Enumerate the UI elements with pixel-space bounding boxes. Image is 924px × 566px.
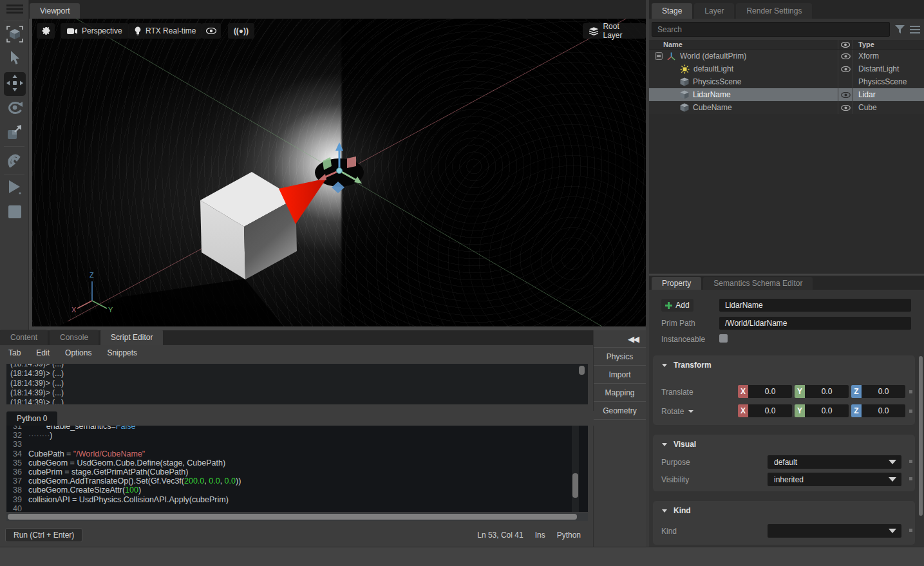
column-visibility[interactable] — [838, 40, 853, 49]
stage-row-physicsscene[interactable]: PhysicsScenePhysicsScene — [649, 75, 924, 88]
collapse-expander-icon[interactable] — [655, 52, 663, 60]
physics-panel-button[interactable]: Physics — [594, 347, 646, 365]
visibility-toggle[interactable] — [838, 88, 853, 101]
run-button[interactable]: Run (Ctrl + Enter) — [5, 528, 82, 542]
code-line-33[interactable]: 33 — [6, 440, 588, 449]
eye-icon[interactable] — [841, 53, 851, 59]
gizmo-plane-x[interactable] — [347, 156, 356, 168]
stage-row-lidarname[interactable]: LidarNameLidar — [649, 88, 924, 101]
visibility-dropdown[interactable]: inherited — [768, 473, 901, 486]
tab-content[interactable]: Content — [0, 330, 48, 345]
search-input[interactable] — [652, 22, 890, 37]
tab-semantics-schema-editor[interactable]: Semantics Schema Editor — [703, 277, 813, 290]
rotate-y-value[interactable]: 0.0 — [805, 404, 849, 417]
menu-icon[interactable] — [0, 0, 29, 19]
rotate-x-field[interactable]: X0.0 — [738, 404, 792, 417]
instanceable-checkbox[interactable] — [719, 334, 728, 343]
translate-z-field[interactable]: Z0.0 — [851, 385, 905, 398]
kind-dropdown[interactable] — [768, 524, 901, 538]
code-line-36[interactable]: 36cubePrim = stage.GetPrimAtPath(CubePat… — [6, 467, 588, 476]
tab-console[interactable]: Console — [50, 330, 99, 345]
translate-x-field[interactable]: X0.0 — [738, 385, 792, 398]
snap-tool-button[interactable] — [0, 148, 29, 173]
menu-edit[interactable]: Edit — [36, 348, 50, 357]
editor-hscrollbar[interactable] — [6, 513, 588, 521]
stop-tool-button[interactable] — [0, 200, 29, 225]
menu-snippets[interactable]: Snippets — [107, 348, 137, 357]
play-tool-button[interactable] — [0, 176, 29, 200]
code-line-38[interactable]: 38cubeGeom.CreateSizeAttr(100) — [6, 486, 588, 495]
default-indicator[interactable] — [909, 410, 912, 413]
transform-header[interactable]: Transform — [662, 361, 712, 370]
import-panel-button[interactable]: Import — [594, 365, 646, 383]
visibility-toggle[interactable] — [838, 50, 853, 62]
add-property-button[interactable]: Add — [661, 299, 693, 312]
stage-row-world[interactable]: World (defaultPrim)Xform — [649, 50, 924, 62]
menu-tab[interactable]: Tab — [8, 348, 21, 357]
purpose-dropdown[interactable]: default — [768, 455, 901, 469]
camera-mode-button[interactable]: Perspective — [61, 23, 129, 39]
column-type[interactable]: Type — [853, 40, 924, 49]
move-tool-button[interactable] — [0, 71, 29, 96]
code-line-37[interactable]: 37cubeGeom.AddTranslateOp().Set(Gf.Vec3f… — [6, 476, 588, 486]
scale-tool-button[interactable] — [0, 120, 29, 145]
translate-x-value[interactable]: 0.0 — [748, 385, 792, 398]
console-scrollbar[interactable] — [579, 366, 585, 375]
waypoint-button[interactable]: ((●)) — [228, 23, 254, 39]
code-editor[interactable]: 31 enable_semantics=False32········)3334… — [6, 426, 588, 512]
translate-z-value[interactable]: 0.0 — [862, 385, 905, 398]
rotate-label[interactable]: Rotate — [661, 407, 693, 416]
prim-name-field[interactable]: LidarName — [719, 299, 911, 312]
eye-icon[interactable] — [841, 92, 851, 98]
tab-viewport[interactable]: Viewport — [30, 3, 80, 19]
mapping-panel-button[interactable]: Mapping — [594, 383, 646, 401]
tab-layer[interactable]: Layer — [694, 3, 734, 19]
column-name[interactable]: Name — [649, 40, 838, 49]
rotate-y-field[interactable]: Y0.0 — [795, 404, 849, 417]
options-menu-icon[interactable] — [910, 26, 920, 33]
filter-icon[interactable] — [895, 25, 905, 33]
code-line-31[interactable]: 31 enable_semantics=False — [6, 426, 588, 431]
console-output[interactable]: (18:14:39)> (...)(18:14:39)> (...)(18:14… — [6, 364, 588, 404]
tab-python-0[interactable]: Python 0 — [6, 411, 57, 426]
code-line-32[interactable]: 32········) — [6, 431, 588, 440]
translate-y-value[interactable]: 0.0 — [805, 385, 849, 398]
visibility-button[interactable] — [202, 23, 221, 39]
default-indicator[interactable] — [909, 460, 912, 463]
rotate-tool-button[interactable] — [0, 96, 29, 120]
rotate-z-value[interactable]: 0.0 — [862, 404, 905, 417]
tab-property[interactable]: Property — [652, 277, 701, 290]
menu-options[interactable]: Options — [65, 348, 91, 357]
stage-row-defaultlight[interactable]: defaultLightDistantLight — [649, 62, 924, 75]
geometry-panel-button[interactable]: Geometry — [594, 401, 646, 419]
tab-script-editor[interactable]: Script Editor — [100, 330, 163, 345]
code-line-40[interactable]: 40 — [6, 504, 588, 512]
rotate-x-value[interactable]: 0.0 — [748, 404, 792, 417]
property-scrollbar[interactable] — [919, 356, 923, 516]
visibility-toggle[interactable] — [838, 62, 853, 75]
code-line-34[interactable]: 34CubePath = "/World/CubeName" — [6, 449, 588, 458]
render-mode-button[interactable]: RTX Real-time — [128, 23, 202, 39]
root-layer-button[interactable]: Root Layer — [583, 23, 646, 39]
select-box-tool-button[interactable] — [0, 23, 29, 47]
tab-stage[interactable]: Stage — [652, 3, 692, 19]
editor-vscrollbar[interactable] — [572, 426, 579, 512]
stage-row-cubename[interactable]: CubeNameCube — [649, 101, 924, 114]
visibility-toggle[interactable] — [838, 101, 853, 114]
gizmo-center[interactable] — [337, 168, 343, 174]
default-indicator[interactable] — [909, 390, 912, 393]
visual-header[interactable]: Visual — [662, 440, 696, 449]
kind-header[interactable]: Kind — [662, 506, 691, 515]
collapse-panel-button[interactable]: ◀◀ — [594, 330, 646, 347]
default-indicator[interactable] — [909, 477, 912, 480]
code-line-39[interactable]: 39collisionAPI = UsdPhysics.CollisionAPI… — [6, 495, 588, 504]
translate-y-field[interactable]: Y0.0 — [795, 385, 849, 398]
eye-icon[interactable] — [841, 105, 851, 111]
default-indicator[interactable] — [909, 529, 912, 532]
viewport-canvas[interactable]: Z X Y Perspective RTX Real-time ((●)) — [32, 19, 646, 326]
visibility-toggle[interactable] — [838, 75, 853, 88]
eye-icon[interactable] — [841, 66, 851, 72]
tab-render-settings[interactable]: Render Settings — [736, 3, 812, 19]
cursor-tool-button[interactable] — [0, 47, 29, 71]
viewport-settings-button[interactable] — [37, 23, 55, 39]
